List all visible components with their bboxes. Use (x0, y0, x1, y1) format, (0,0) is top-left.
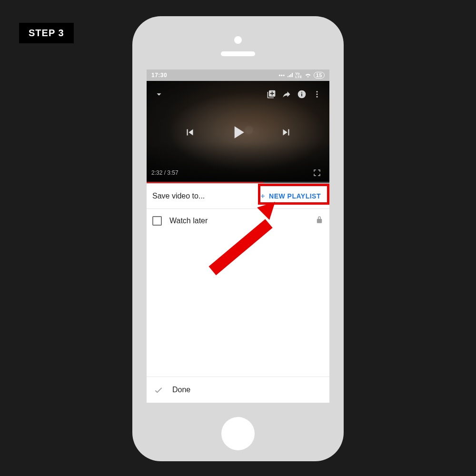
phone-camera-dot (234, 36, 242, 44)
checkbox-icon[interactable] (152, 216, 162, 226)
check-icon (153, 385, 164, 395)
status-bar: 17:30 ••• VoLTE 15 (147, 69, 329, 81)
playlist-label: Watch later (169, 217, 208, 225)
lock-icon (315, 216, 324, 226)
step-badge: STEP 3 (19, 23, 74, 43)
phone-speaker (221, 51, 255, 56)
fullscreen-icon[interactable] (309, 165, 325, 180)
video-progress-bar[interactable] (147, 182, 329, 183)
plus-icon (259, 193, 266, 199)
phone-mockup: 17:30 ••• VoLTE 15 (132, 16, 344, 461)
status-time: 17:30 (151, 72, 167, 79)
play-icon[interactable] (226, 120, 250, 144)
save-sheet-title: Save video to... (152, 192, 205, 200)
signal-bars-icon (288, 72, 293, 78)
status-icons: ••• VoLTE 15 (278, 72, 325, 79)
wifi-icon (305, 72, 311, 79)
done-label: Done (172, 386, 190, 394)
done-button[interactable]: Done (147, 377, 329, 403)
save-sheet-header: Save video to... NEW PLAYLIST (147, 184, 329, 209)
video-progress-fill (147, 182, 264, 183)
new-playlist-button[interactable]: NEW PLAYLIST (257, 190, 324, 202)
previous-icon[interactable] (182, 125, 198, 140)
video-time: 2:32 / 3:57 (151, 169, 178, 176)
battery-indicator: 15 (314, 72, 325, 79)
step-label: STEP 3 (29, 28, 64, 38)
playlist-list: Watch later (147, 209, 329, 377)
video-player[interactable]: 2:32 / 3:57 (147, 81, 329, 184)
new-playlist-label: NEW PLAYLIST (269, 192, 321, 200)
playlist-row-watch-later[interactable]: Watch later (147, 209, 329, 233)
phone-screen: 17:30 ••• VoLTE 15 (147, 69, 329, 403)
next-icon[interactable] (278, 125, 294, 140)
signal-dots-icon: ••• (278, 72, 285, 78)
phone-home-button (221, 417, 255, 450)
volte-badge: VoLTE (296, 72, 302, 79)
